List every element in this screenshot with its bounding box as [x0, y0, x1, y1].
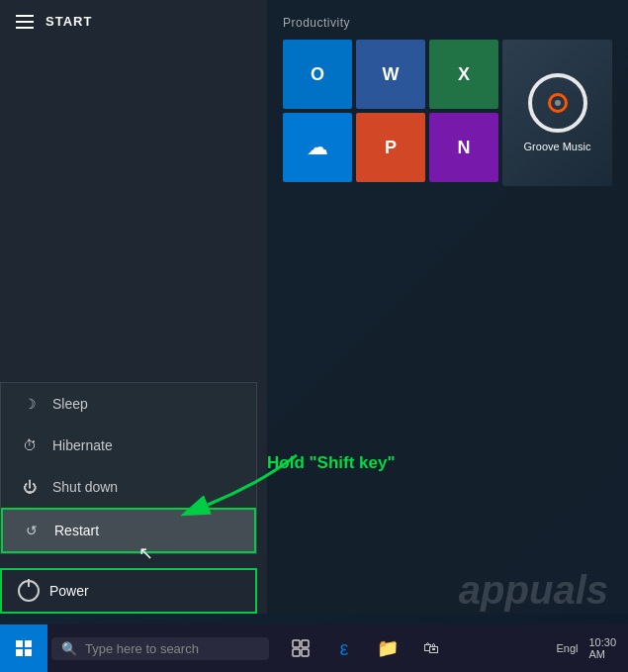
onedrive-icon: ☁ [307, 135, 328, 160]
taskbar: 🔍 Type here to search ε 📁 🛍 Engl 10:30AM [0, 624, 628, 672]
svg-rect-3 [293, 649, 300, 656]
start-title: START [45, 14, 92, 29]
word-tile[interactable]: W [356, 40, 425, 109]
file-explorer-icon[interactable]: 📁 [368, 624, 407, 672]
tiles-area: Productivity O W X ☁ [267, 0, 628, 614]
groove-music-tile[interactable]: Groove Music [502, 40, 612, 186]
sleep-menu-item[interactable]: ☽ Sleep [1, 383, 256, 425]
svg-rect-4 [302, 649, 309, 656]
taskbar-search[interactable]: 🔍 Type here to search [51, 637, 269, 660]
excel-tile[interactable]: X [429, 40, 498, 109]
groove-music-icon [528, 73, 587, 133]
excel-icon: X [458, 64, 470, 85]
restart-menu-item[interactable]: ↺ Restart [1, 508, 256, 553]
appauls-watermark: appuals [459, 568, 608, 613]
outlook-tile[interactable]: O [283, 40, 352, 109]
hibernate-menu-item[interactable]: ⏱ Hibernate [1, 425, 256, 466]
onenote-icon: N [458, 138, 471, 158]
language-indicator[interactable]: Engl [551, 624, 583, 672]
task-view-icon[interactable] [281, 624, 320, 672]
powerpoint-tile[interactable]: P [356, 113, 425, 182]
system-tray: Engl 10:30AM [551, 624, 628, 672]
groove-music-label: Groove Music [524, 141, 591, 152]
windows-logo-icon [16, 640, 32, 656]
store-icon[interactable]: 🛍 [411, 624, 451, 672]
power-button-icon [18, 580, 40, 602]
clock[interactable]: 10:30AM [584, 624, 620, 672]
start-body: ☽ Sleep ⏱ Hibernate ⏻ Shut down ↺ Restar… [0, 43, 267, 614]
start-button[interactable] [0, 624, 47, 672]
sleep-icon: ☽ [21, 395, 39, 413]
hamburger-icon[interactable] [16, 15, 34, 29]
desktop: START ☽ Sleep ⏱ Hibernate ⏻ Shut down ↺ [0, 0, 628, 672]
outlook-icon: O [311, 64, 324, 85]
shutdown-menu-item[interactable]: ⏻ Shut down [1, 466, 256, 508]
start-header: START [0, 0, 267, 43]
search-placeholder: Type here to search [85, 641, 199, 656]
svg-rect-2 [302, 640, 309, 647]
onedrive-tile[interactable]: ☁ [283, 113, 352, 182]
shutdown-icon: ⏻ [21, 478, 39, 496]
taskbar-icons: ε 📁 🛍 [281, 624, 451, 672]
svg-rect-1 [293, 640, 300, 647]
power-flyout: ☽ Sleep ⏱ Hibernate ⏻ Shut down ↺ Restar… [0, 382, 257, 554]
onenote-tile[interactable]: N [429, 113, 498, 182]
hibernate-icon: ⏱ [21, 436, 39, 454]
edge-icon[interactable]: ε [324, 624, 364, 672]
productivity-label: Productivity [283, 16, 612, 30]
power-button[interactable]: Power [0, 568, 257, 614]
search-icon: 🔍 [61, 641, 77, 656]
start-menu: START ☽ Sleep ⏱ Hibernate ⏻ Shut down ↺ [0, 0, 267, 614]
restart-icon: ↺ [23, 522, 41, 539]
word-icon: W [383, 64, 400, 85]
powerpoint-icon: P [385, 138, 397, 158]
